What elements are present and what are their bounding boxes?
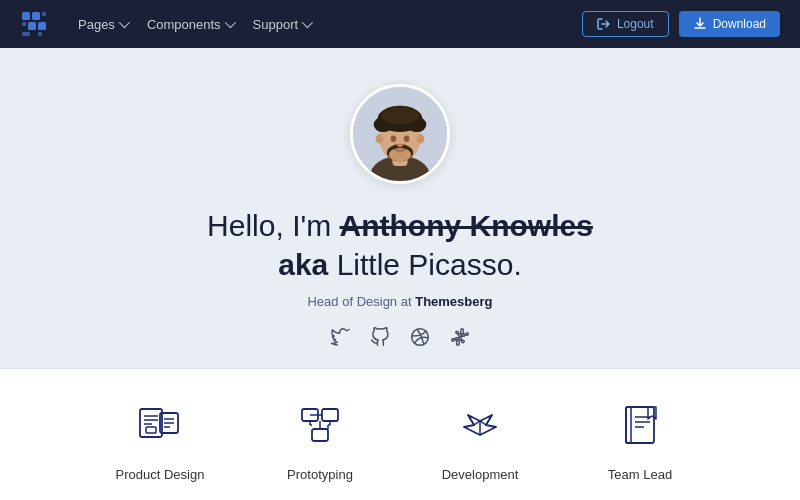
logout-icon (597, 17, 611, 31)
download-button[interactable]: Download (679, 11, 780, 37)
svg-rect-2 (42, 12, 46, 16)
skill-item-team-lead: Team Lead (560, 389, 720, 490)
hero-subtitle: Head of Design at Themesberg (307, 294, 492, 309)
svg-rect-3 (22, 22, 26, 26)
hero-title: Hello, I'm Anthony Knowles aka Little Pi… (207, 206, 593, 284)
chevron-down-icon (302, 17, 313, 28)
svg-point-22 (397, 143, 403, 147)
chevron-down-icon (119, 17, 130, 28)
svg-point-17 (417, 134, 425, 143)
svg-rect-1 (32, 12, 40, 20)
skill-label-product-design: Product Design (116, 467, 205, 482)
svg-rect-0 (22, 12, 30, 20)
skill-label-prototyping: Prototyping (287, 467, 353, 482)
svg-rect-35 (312, 429, 328, 441)
dribbble-icon[interactable] (410, 327, 430, 352)
svg-point-19 (404, 135, 410, 142)
logout-button[interactable]: Logout (582, 11, 669, 37)
download-icon (693, 17, 707, 31)
product-design-icon (134, 399, 186, 455)
skill-label-team-lead: Team Lead (608, 467, 672, 482)
svg-rect-44 (626, 407, 631, 443)
social-icons (330, 327, 470, 352)
svg-point-21 (389, 148, 412, 161)
main-content: Hello, I'm Anthony Knowles aka Little Pi… (0, 48, 800, 500)
nav-item-support[interactable]: Support (253, 17, 311, 32)
development-icon (454, 399, 506, 455)
skill-item-development: Development (400, 389, 560, 490)
navbar: Pages Components Support Logout Downlo (0, 0, 800, 48)
chevron-down-icon (224, 17, 235, 28)
nav-item-pages[interactable]: Pages (78, 17, 127, 32)
svg-rect-7 (38, 32, 42, 36)
skill-item-product-design: Product Design (80, 389, 240, 490)
avatar-image (353, 87, 447, 181)
svg-rect-6 (22, 32, 30, 36)
svg-rect-43 (626, 407, 654, 443)
logo[interactable] (20, 10, 48, 38)
skill-item-prototyping: Prototyping (240, 389, 400, 490)
avatar (350, 84, 450, 184)
nav-item-components[interactable]: Components (147, 17, 233, 32)
svg-point-15 (381, 106, 419, 125)
team-lead-icon (614, 399, 666, 455)
svg-rect-34 (322, 409, 338, 421)
skills-row: Product Design Prototyping (0, 368, 800, 500)
nav-links: Pages Components Support (78, 17, 310, 32)
slack-icon[interactable] (450, 327, 470, 352)
svg-rect-5 (38, 22, 46, 30)
svg-point-16 (376, 134, 384, 143)
navbar-left: Pages Components Support (20, 10, 310, 38)
svg-point-18 (391, 135, 397, 142)
skill-label-development: Development (442, 467, 519, 482)
svg-rect-4 (28, 22, 36, 30)
navbar-right: Logout Download (582, 11, 780, 37)
github-icon[interactable] (370, 327, 390, 352)
twitter-icon[interactable] (330, 327, 350, 352)
svg-rect-28 (146, 427, 156, 433)
prototyping-icon (294, 399, 346, 455)
